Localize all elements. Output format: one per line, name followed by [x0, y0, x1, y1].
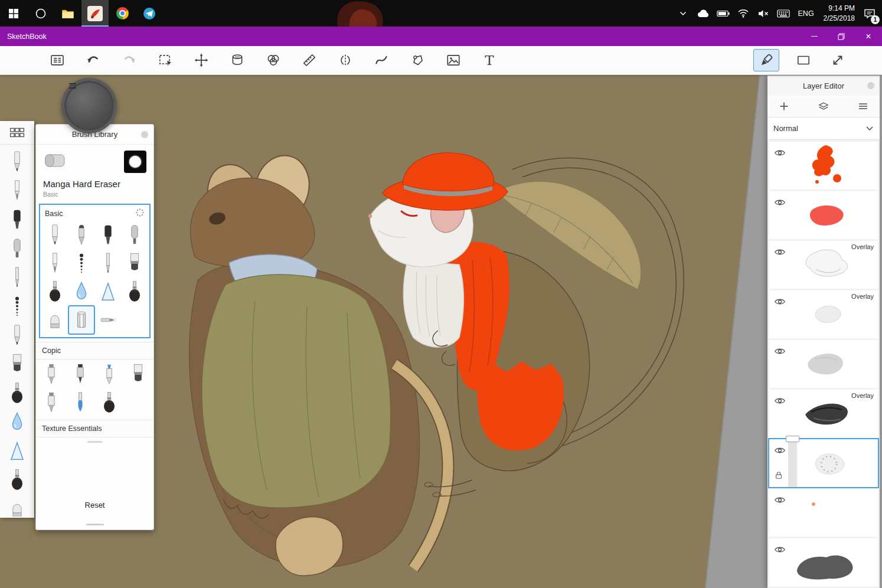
ink-dots-brush[interactable] [69, 250, 94, 277]
restore-button[interactable] [828, 27, 855, 46]
brush-size-puck[interactable] [61, 78, 117, 133]
marker-dark-brush[interactable] [96, 221, 120, 249]
file-explorer-icon[interactable] [54, 0, 81, 27]
pencil-slim-brush-icon[interactable] [7, 265, 27, 289]
panel-resize-handle[interactable] [36, 524, 153, 530]
layer-row[interactable] [769, 340, 878, 388]
telegram-icon[interactable] [136, 0, 163, 27]
add-layer-icon[interactable] [777, 99, 791, 113]
minimize-button[interactable] [801, 27, 828, 46]
import-image-icon[interactable] [443, 50, 463, 70]
transform-tool-icon[interactable] [191, 50, 211, 70]
pen-brush[interactable] [43, 250, 67, 277]
search-icon[interactable] [27, 0, 54, 27]
eraser-soft-brush[interactable] [43, 306, 67, 334]
layer-visibility-toggle[interactable] [774, 149, 786, 159]
ruler-tool-icon[interactable] [299, 50, 319, 70]
flat-wide-brush[interactable] [122, 250, 147, 277]
layer-row[interactable] [769, 191, 878, 239]
airbrush-side-brush[interactable] [96, 306, 120, 334]
pencil-brush[interactable] [43, 221, 67, 249]
eraser-soft-brush-icon[interactable] [7, 496, 27, 517]
layer-row[interactable] [769, 489, 878, 537]
flat-wide-brush[interactable] [126, 361, 151, 388]
brush-blue-brush[interactable] [68, 389, 93, 416]
wifi-icon[interactable] [733, 0, 753, 27]
panel-handle-dot[interactable] [141, 131, 148, 138]
pencil-slim-brush[interactable] [96, 250, 120, 277]
layer-row[interactable] [769, 439, 878, 487]
puck-menu-icon[interactable] [69, 83, 76, 89]
layer-stack-icon[interactable] [816, 99, 831, 113]
layer-visibility-toggle[interactable] [774, 397, 786, 407]
ink-dots-brush-icon[interactable] [7, 294, 27, 318]
layer-row[interactable]: Overlay [769, 290, 878, 338]
volume-muted-icon[interactable] [753, 0, 773, 27]
layer-row[interactable]: Overlay [769, 390, 878, 437]
water-drop-brush[interactable] [69, 278, 94, 305]
section-header-copic[interactable]: Copic [36, 342, 153, 360]
marker-gray-brush-icon[interactable] [7, 236, 27, 260]
copic-marker-brush[interactable] [39, 389, 64, 416]
eraser-hard-brush[interactable] [69, 306, 94, 334]
flat-wide-brush-icon[interactable] [7, 352, 27, 376]
marker-dark-brush-icon[interactable] [7, 207, 27, 231]
start-button[interactable] [0, 0, 27, 27]
fill-tool-icon[interactable] [227, 50, 247, 70]
layer-menu-icon[interactable] [856, 99, 870, 113]
opacity-slider-handle[interactable] [786, 436, 799, 442]
layer-opacity-slider[interactable] [788, 439, 797, 487]
copic-marker-brush[interactable] [39, 361, 64, 388]
marker-gray-brush[interactable] [122, 221, 147, 249]
panels-layout-icon[interactable] [793, 50, 814, 70]
pencil-round-brush[interactable] [69, 221, 94, 249]
panel-handle-dot[interactable] [867, 82, 874, 89]
water-drop-brush-icon[interactable] [7, 410, 27, 434]
layer-visibility-toggle[interactable] [774, 198, 786, 209]
pencil-brush-icon[interactable] [7, 323, 27, 347]
layer-visibility-toggle[interactable] [774, 298, 786, 308]
layer-row[interactable] [769, 142, 878, 190]
layer-visibility-toggle[interactable] [774, 248, 786, 259]
round-brush-brush[interactable] [43, 278, 67, 305]
triangle-brush-icon[interactable] [7, 439, 27, 463]
layer-visibility-toggle[interactable] [774, 347, 786, 358]
pen-brush-icon[interactable] [7, 178, 27, 202]
sketchbook-taskbar-icon[interactable] [81, 0, 109, 27]
onedrive-cloud-icon[interactable] [693, 0, 713, 27]
close-button[interactable]: × [855, 27, 882, 46]
selection-tool-icon[interactable] [155, 50, 175, 70]
text-tool[interactable]: T [479, 50, 499, 70]
pen-blue-brush[interactable] [97, 361, 122, 388]
clock[interactable]: 9:14 PM 2/25/2018 [824, 4, 855, 22]
round-brush-brush-icon[interactable] [7, 381, 27, 405]
round-brush-brush[interactable] [122, 278, 147, 305]
copic-marker-dark-brush[interactable] [68, 361, 93, 388]
pencil-brush-icon[interactable] [7, 149, 27, 174]
language-indicator[interactable]: ENG [793, 9, 819, 18]
round-brush-brush[interactable] [97, 389, 122, 416]
layer-row[interactable] [769, 538, 878, 586]
brush-set-options-icon[interactable] [135, 208, 145, 219]
layer-lock-icon[interactable] [775, 471, 783, 482]
blend-mode-dropdown[interactable]: Normal [767, 117, 880, 140]
fullscreen-icon[interactable] [828, 50, 848, 70]
chrome-icon[interactable] [109, 0, 136, 27]
color-editor-icon[interactable] [263, 50, 283, 70]
action-center-icon[interactable]: 1 [860, 0, 880, 27]
battery-icon[interactable] [713, 0, 733, 27]
layer-visibility-toggle[interactable] [774, 446, 786, 457]
layer-visibility-toggle[interactable] [774, 545, 786, 556]
symmetry-tool-icon[interactable] [335, 50, 355, 70]
shape-tool-icon[interactable] [407, 50, 427, 70]
brush-tip-preview[interactable] [124, 151, 146, 173]
menu-icon[interactable] [47, 50, 67, 70]
brush-tool-icon[interactable] [753, 49, 779, 71]
reset-button[interactable]: Reset [36, 491, 153, 524]
triangle-brush[interactable] [96, 278, 120, 305]
layer-row[interactable]: Overlay [769, 241, 878, 289]
layer-visibility-toggle[interactable] [774, 496, 786, 507]
hidden-icons-chevron[interactable] [673, 0, 693, 27]
touch-keyboard-icon[interactable] [773, 0, 793, 27]
stroke-style-icon[interactable] [371, 50, 391, 70]
